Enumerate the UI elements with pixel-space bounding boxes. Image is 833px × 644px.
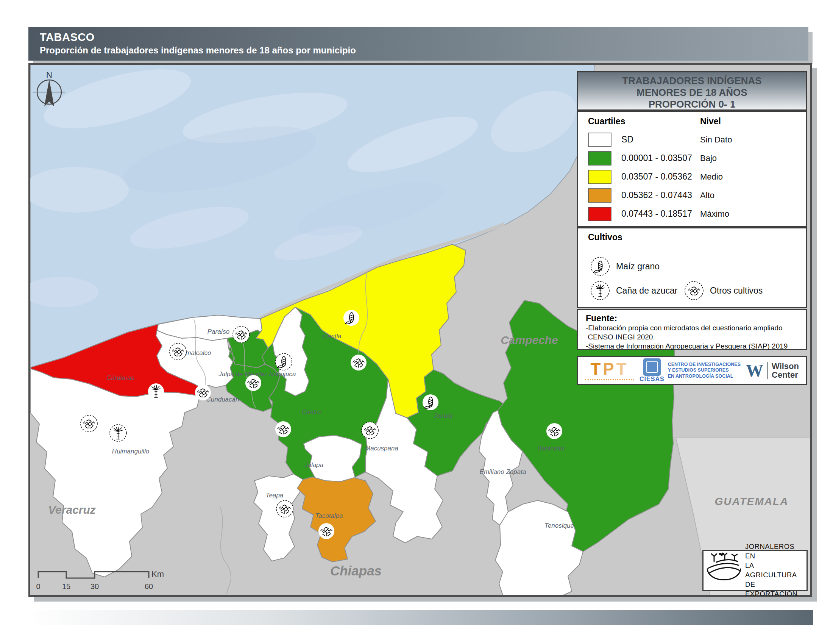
- label-paraiso: Paraíso: [207, 328, 230, 335]
- otros-cultivos-icon: [318, 523, 334, 539]
- otros-cultivos-icon: [547, 423, 562, 439]
- ciesas-acronym: CIESAS: [640, 376, 664, 383]
- page-subtitle: Proporción de trabajadores indígenas men…: [40, 45, 808, 56]
- legend-row-medio: 0.03507 - 0.05362 Medio: [588, 167, 806, 186]
- scale-tick-60: 60: [145, 582, 153, 591]
- jornaleros-line: LA AGRICULTURA: [745, 561, 805, 580]
- otros-cultivos-icon: [195, 385, 211, 401]
- label-chiapas: Chiapas: [330, 564, 382, 578]
- ciesas-logo: CIESAS CENTRO DE INVESTIGACIONES Y ESTUD…: [640, 358, 741, 383]
- maiz-grano-icon: [590, 256, 611, 277]
- wilson-line: Center: [772, 370, 799, 379]
- wilson-divider: [767, 362, 768, 379]
- fuente-line: -Elaboración propia con microdatos del c…: [586, 324, 806, 333]
- level-medio: Medio: [700, 172, 806, 182]
- legend-cultivos: Cultivos Maíz grano Caña de azucar Otros…: [577, 227, 807, 308]
- range-medio: 0.03507 - 0.05362: [621, 172, 700, 182]
- cultivos-header: Cultivos: [588, 232, 806, 242]
- wilson-w-mark: W: [746, 361, 763, 381]
- legend-title-line3: PROPORCIÓN 0- 1: [578, 98, 806, 110]
- ciesas-line: Y ESTUDIOS SUPERIORES: [668, 367, 741, 374]
- tpt-wordmark: TPT: [590, 361, 629, 377]
- swatch-bajo: [588, 151, 611, 166]
- ciesas-line: EN ANTROPOLOGÍA SOCIAL: [668, 374, 741, 380]
- fuente-line: CENSO INEGI 2020.: [586, 333, 806, 342]
- label-guatemala: GUATEMALA: [715, 496, 789, 507]
- page: TABASCO Proporción de trabajadores indíg…: [0, 0, 833, 644]
- tpt-logo: TPT: [585, 361, 634, 380]
- otros-cultivos-icon: [233, 326, 249, 343]
- level-sd: Sin Dato: [700, 135, 806, 145]
- legend-title: TRABAJADORES INDÍGENAS MENORES DE 18 AÑO…: [577, 71, 807, 111]
- label-emiliano-zapata: Emiliano Zapata: [480, 468, 526, 475]
- swatch-maximo: [588, 207, 611, 221]
- label-balancan: Balancán: [538, 445, 564, 452]
- otros-cultivos-icon: [170, 343, 186, 360]
- label-campeche: Campeche: [500, 334, 558, 346]
- swatch-medio: [588, 170, 611, 184]
- legend-fuente: Fuente: -Elaboración propia con microdat…: [577, 309, 807, 350]
- cana-label: Caña de azucar: [616, 286, 677, 296]
- range-alto: 0.05362 - 0.07443: [621, 190, 700, 200]
- maiz-grano-icon: [343, 310, 359, 326]
- legend-row-alto: 0.05362 - 0.07443 Alto: [588, 186, 806, 204]
- field-drawing-icon: [705, 552, 743, 589]
- label-jalpa-de-mendez: Jalpa de Méndez: [218, 370, 268, 378]
- jornaleros-line: JORNALEROS EN: [745, 542, 805, 561]
- label-macuspana: Macuspana: [365, 445, 398, 452]
- otros-cultivos-icon: [362, 422, 378, 439]
- compass-north-label: N: [46, 70, 52, 80]
- cana-de-azucar-icon: [148, 383, 164, 399]
- bottom-gradient-strip: [33, 610, 813, 625]
- scale-tick-15: 15: [62, 582, 71, 591]
- label-jalapa: Jalapa: [304, 461, 323, 469]
- label-teapa: Teapa: [266, 492, 284, 499]
- scale-tick-0: 0: [36, 582, 40, 591]
- otros-cultivos-icon: [683, 280, 704, 301]
- legend-row-maximo: 0.07443 - 0.18517 Máximo: [588, 204, 806, 223]
- label-veracruz: Veracruz: [48, 504, 96, 516]
- otros-cultivos-icon: [80, 415, 97, 432]
- cana-de-azucar-icon: [110, 425, 127, 441]
- range-sd: SD: [621, 134, 700, 145]
- label-centro: Centro: [301, 408, 321, 415]
- level-header: Nivel: [700, 116, 806, 127]
- legend-panel: TRABAJADORES INDÍGENAS MENORES DE 18 AÑO…: [577, 71, 807, 385]
- otros-cultivos-icon: [245, 375, 261, 391]
- tpt-caption-rule: [585, 379, 634, 380]
- scale-unit: Km: [151, 569, 164, 579]
- wilson-center-logo: W Wilson Center: [746, 361, 799, 381]
- wilson-line: Wilson: [772, 362, 799, 370]
- legend-quartiles: Cuartiles Nivel SD Sin Dato 0.00001 - 0.…: [577, 111, 807, 227]
- legend-title-line1: TRABAJADORES INDÍGENAS: [578, 75, 806, 87]
- label-centla: Centla: [323, 333, 341, 340]
- legend-item-otros: Otros cultivos: [683, 280, 762, 301]
- label-tenosique: Tenosique: [545, 522, 574, 529]
- jornaleros-logo: JORNALEROS EN LA AGRICULTURA DE EXPORTAC…: [703, 550, 807, 591]
- scale-tick-30: 30: [90, 582, 99, 591]
- swatch-alto: [588, 188, 611, 203]
- label-jonuta: Jonuta: [433, 412, 452, 419]
- otros-label: Otros cultivos: [710, 286, 762, 296]
- legend-title-line2: MENORES DE 18 AÑOS: [578, 87, 806, 98]
- quartiles-header: Cuartiles: [588, 116, 700, 127]
- legend-row-sd: SD Sin Dato: [588, 130, 806, 149]
- range-maximo: 0.07443 - 0.18517: [621, 209, 700, 219]
- label-huimanguillo: Huimanguillo: [112, 448, 149, 455]
- label-cunduacan: Cunduacán: [206, 396, 239, 403]
- level-maximo: Máximo: [700, 209, 806, 219]
- page-title: TABASCO: [40, 31, 808, 43]
- jornaleros-line: DE EXPORTACIÓN: [745, 580, 805, 599]
- label-tacotalpa: Tacotalpa: [315, 512, 343, 519]
- fuente-line: -Sistema de Información Agropecuaria y P…: [586, 342, 806, 351]
- fuente-header: Fuente:: [586, 313, 806, 324]
- label-nacajuca: Nacajuca: [269, 370, 296, 378]
- maiz-grano-icon: [423, 394, 439, 410]
- otros-cultivos-icon: [351, 354, 367, 370]
- title-bar: TABASCO Proporción de trabajadores indíg…: [28, 27, 808, 61]
- legend-row-bajo: 0.00001 - 0.03507 Bajo: [588, 149, 806, 167]
- label-cardenas: Cárdenas: [106, 374, 134, 382]
- ciesas-icon: [643, 358, 661, 376]
- otros-cultivos-icon: [275, 421, 291, 437]
- swatch-sd: [588, 133, 611, 147]
